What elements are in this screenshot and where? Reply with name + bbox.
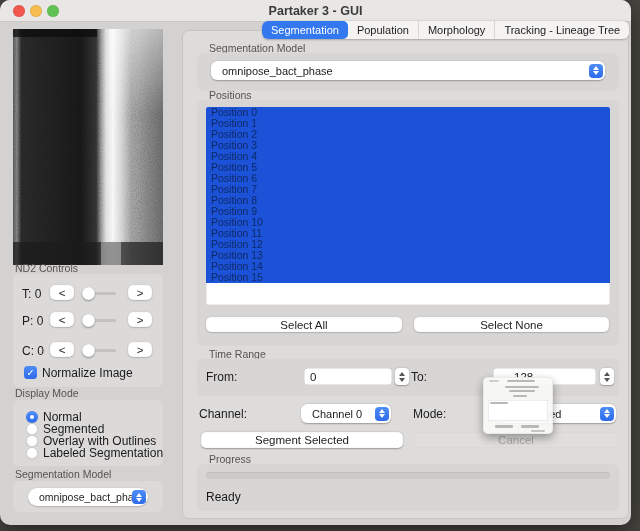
microscopy-image-view[interactable] xyxy=(13,29,163,265)
t-next-button[interactable]: > xyxy=(128,285,152,300)
to-stepper[interactable] xyxy=(600,368,614,385)
window-title: Partaker 3 - GUI xyxy=(0,4,631,18)
to-label: To: xyxy=(411,370,427,384)
title-bar: Partaker 3 - GUI xyxy=(0,0,631,22)
t-prev-button[interactable]: < xyxy=(50,285,74,300)
preview-button xyxy=(521,425,539,428)
c-next-button[interactable]: > xyxy=(128,342,152,357)
tab-population[interactable]: Population xyxy=(348,21,418,39)
dropdown-stepper-icon xyxy=(589,64,603,78)
segment-selected-button[interactable]: Segment Selected xyxy=(201,432,403,448)
radio-labeled-segmentation[interactable] xyxy=(26,447,38,459)
list-item[interactable]: Position 12 xyxy=(206,239,610,250)
channel-dropdown-value: Channel 0 xyxy=(312,408,362,420)
list-item[interactable]: Position 11 xyxy=(206,228,610,239)
drag-preview-window xyxy=(483,377,553,434)
left-segmentation-model-title: Segmentation Model xyxy=(15,468,111,480)
p-next-button[interactable]: > xyxy=(128,312,152,327)
list-item[interactable]: Position 14 xyxy=(206,261,610,272)
list-item[interactable]: Position 1 xyxy=(206,118,610,129)
list-item[interactable]: Position 4 xyxy=(206,151,610,162)
radio-labeled-segmentation-label: Labeled Segmentation xyxy=(43,446,163,460)
tab-segmentation[interactable]: Segmentation xyxy=(262,21,348,39)
list-item[interactable]: Position 3 xyxy=(206,140,610,151)
dropdown-stepper-icon xyxy=(600,407,614,421)
display-mode-group: Normal Segmented Overlay with Outlines L… xyxy=(13,400,163,466)
normalize-image-label: Normalize Image xyxy=(42,366,133,380)
display-mode-title: Display Mode xyxy=(15,387,79,399)
tab-bar: Segmentation Population Morphology Track… xyxy=(262,21,629,39)
select-none-button[interactable]: Select None xyxy=(414,317,609,332)
window-content: ND2 Controls T: 0 < > P: 0 < > C: 0 < > … xyxy=(0,22,631,525)
c-slider[interactable] xyxy=(84,349,116,352)
preview-list-line xyxy=(490,402,508,404)
list-item[interactable]: Position 8 xyxy=(206,195,610,206)
progress-group: Ready xyxy=(197,464,619,511)
radio-overlay-with-outlines[interactable] xyxy=(26,435,38,447)
left-segmentation-model-group: omnipose_bact_phase xyxy=(13,481,163,512)
list-item[interactable]: Position 0 xyxy=(206,107,610,118)
normalize-image-checkbox[interactable]: ✓ xyxy=(24,366,37,379)
tab-tracking-lineage-tree[interactable]: Tracking - Lineage Tree xyxy=(494,21,629,39)
progress-status: Ready xyxy=(206,490,241,504)
list-item[interactable]: Position 10 xyxy=(206,217,610,228)
t-slider[interactable] xyxy=(84,292,116,295)
preview-line xyxy=(505,386,539,388)
channel-dropdown[interactable]: Channel 0 xyxy=(301,404,391,423)
c-index-label: C: 0 xyxy=(22,344,44,358)
app-window: Partaker 3 - GUI Segmentation Population… xyxy=(0,0,631,525)
list-item[interactable]: Position 2 xyxy=(206,129,610,140)
segmentation-model-dropdown-value: omnipose_bact_phase xyxy=(222,65,333,77)
tab-morphology[interactable]: Morphology xyxy=(418,21,494,39)
left-model-dropdown-value: omnipose_bact_phase xyxy=(39,491,145,503)
p-index-label: P: 0 xyxy=(22,314,43,328)
from-value: 0 xyxy=(310,371,316,383)
preview-line xyxy=(513,395,527,397)
from-spinbox[interactable]: 0 xyxy=(304,368,392,385)
preview-list xyxy=(488,400,548,421)
from-label: From: xyxy=(206,370,237,384)
positions-group: Position 0Position 1Position 2Position 3… xyxy=(197,100,619,346)
radio-normal[interactable] xyxy=(26,411,38,423)
preview-footer xyxy=(531,430,545,432)
progress-bar xyxy=(206,472,610,479)
time-range-group: From: 0 To: 128 xyxy=(197,359,619,396)
left-model-dropdown[interactable]: omnipose_bact_phase xyxy=(28,488,148,506)
p-slider[interactable] xyxy=(84,319,116,322)
p-slider-knob[interactable] xyxy=(82,314,95,327)
nd2-controls-title: ND2 Controls xyxy=(15,262,78,274)
c-prev-button[interactable]: < xyxy=(50,342,74,357)
list-item[interactable]: Position 13 xyxy=(206,250,610,261)
preview-tabbar xyxy=(507,380,535,382)
select-all-button[interactable]: Select All xyxy=(206,317,402,332)
dropdown-stepper-icon xyxy=(375,407,389,421)
segmentation-model-dropdown[interactable]: omnipose_bact_phase xyxy=(211,61,605,80)
segmentation-tab-page: Segmentation Model omnipose_bact_phase P… xyxy=(182,30,629,519)
t-index-label: T: 0 xyxy=(22,287,41,301)
dropdown-stepper-icon xyxy=(132,490,146,504)
preview-title xyxy=(489,380,499,382)
list-item[interactable]: Position 9 xyxy=(206,206,610,217)
radio-segmented[interactable] xyxy=(26,423,38,435)
cancel-button[interactable]: Cancel xyxy=(414,432,618,448)
preview-line xyxy=(509,390,535,392)
p-prev-button[interactable]: < xyxy=(50,312,74,327)
c-slider-knob[interactable] xyxy=(82,344,95,357)
list-item[interactable]: Position 6 xyxy=(206,173,610,184)
positions-list[interactable]: Position 0Position 1Position 2Position 3… xyxy=(206,107,610,305)
list-item[interactable]: Position 5 xyxy=(206,162,610,173)
list-item[interactable]: Position 15 xyxy=(206,272,610,283)
from-stepper[interactable] xyxy=(395,368,409,385)
preview-button xyxy=(495,425,513,428)
list-item[interactable]: Position 7 xyxy=(206,184,610,195)
segmentation-model-group: omnipose_bact_phase xyxy=(197,53,619,91)
nd2-controls-group: T: 0 < > P: 0 < > C: 0 < > ✓ Normalize I… xyxy=(13,274,163,387)
channel-label: Channel: xyxy=(199,407,247,421)
t-slider-knob[interactable] xyxy=(82,287,95,300)
microscopy-image xyxy=(13,29,163,265)
mode-label: Mode: xyxy=(413,407,446,421)
